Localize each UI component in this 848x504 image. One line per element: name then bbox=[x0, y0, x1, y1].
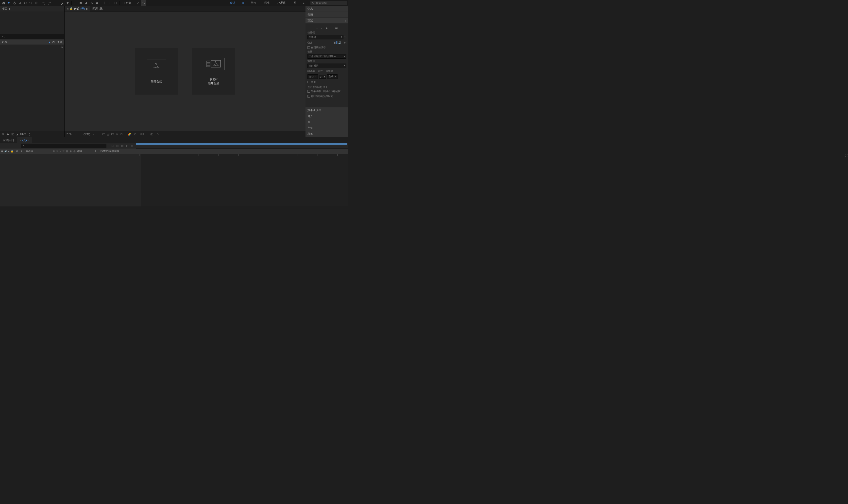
col-type[interactable]: 类型 bbox=[57, 40, 62, 44]
next-frame-icon[interactable]: ⏐▸ bbox=[330, 26, 333, 29]
motionblur-col-icon[interactable]: ◐ bbox=[70, 150, 72, 152]
exposure-reset-icon[interactable] bbox=[134, 133, 137, 136]
resolution-dropdown[interactable]: (完整) bbox=[84, 132, 90, 136]
paragraph-panel-header[interactable]: 段落 bbox=[306, 131, 348, 137]
solo-icon[interactable]: ● bbox=[8, 150, 10, 152]
clone-stamp-tool-icon[interactable] bbox=[78, 0, 84, 6]
search-help-box[interactable] bbox=[310, 1, 347, 5]
search-help-input[interactable] bbox=[316, 1, 346, 4]
hand-tool-icon[interactable] bbox=[12, 0, 17, 6]
timeline-none-tab[interactable]: × (无) ≡ bbox=[17, 137, 32, 143]
frame-blend-icon[interactable]: ▦ bbox=[121, 144, 123, 147]
rectangle-tool-icon[interactable] bbox=[54, 0, 60, 6]
draft3d-icon[interactable]: ◫ bbox=[116, 144, 119, 147]
eraser-tool-icon[interactable] bbox=[84, 0, 89, 6]
view-options[interactable] bbox=[102, 133, 123, 136]
cache-checkbox[interactable] bbox=[307, 46, 310, 49]
new-comp-icon[interactable] bbox=[11, 133, 14, 136]
preview-menu-icon[interactable]: ≡ bbox=[345, 19, 346, 22]
project-search[interactable] bbox=[0, 34, 64, 39]
reset-icon[interactable]: ↻ bbox=[344, 36, 346, 39]
play-icon[interactable]: ▶ bbox=[326, 26, 328, 29]
workspace-learn[interactable]: 学习 bbox=[250, 1, 257, 5]
audio-panel-header[interactable]: 音频 bbox=[306, 12, 348, 18]
puppet-tool-icon[interactable] bbox=[94, 0, 100, 6]
res-select[interactable]: 自动▾ bbox=[327, 74, 338, 79]
visibility-icon[interactable]: ◉ bbox=[1, 150, 3, 152]
timeline-layers[interactable] bbox=[0, 154, 141, 206]
expand-icon[interactable] bbox=[141, 0, 146, 6]
fullscreen-checkbox[interactable] bbox=[307, 81, 310, 83]
project-search-input[interactable] bbox=[5, 35, 62, 38]
quality-icon[interactable]: ╲ bbox=[60, 150, 61, 152]
prev-frame-icon[interactable]: ◂⏐ bbox=[321, 26, 324, 29]
workspace-standard[interactable]: 标准 bbox=[263, 1, 271, 5]
bpc[interactable]: 8 bpc bbox=[20, 133, 26, 136]
workspace-overflow-icon[interactable]: » bbox=[303, 1, 305, 4]
fps-select[interactable]: 自动▾ bbox=[307, 74, 318, 79]
playfrom-select[interactable]: 当前时间▾ bbox=[307, 64, 346, 68]
col-mode[interactable]: 模式 bbox=[77, 149, 82, 153]
col-parent[interactable]: 父级和链接 bbox=[107, 149, 119, 153]
workspace-menu-icon[interactable]: ≡ bbox=[242, 1, 243, 4]
comp-from-footage-card[interactable]: 从素材新建合成 bbox=[192, 48, 235, 95]
adjustment-icon[interactable]: ◢ bbox=[16, 133, 18, 136]
effects-panel-header[interactable]: 效果和预设 bbox=[306, 107, 348, 113]
col-source[interactable]: 源名称 bbox=[25, 149, 33, 153]
collapse-icon[interactable] bbox=[135, 0, 141, 6]
show-snapshot-icon[interactable] bbox=[156, 133, 159, 136]
first-frame-icon[interactable]: ⏮ bbox=[316, 26, 319, 29]
undo-icon[interactable] bbox=[41, 0, 47, 6]
frameblend-col-icon[interactable]: ▦ bbox=[66, 150, 68, 152]
tab-menu-icon[interactable]: ≡ bbox=[86, 7, 88, 10]
motion-blur-icon[interactable]: ◐ bbox=[126, 144, 128, 147]
include-overlay-icon[interactable]: ↻ bbox=[343, 41, 346, 44]
project-list[interactable] bbox=[0, 45, 64, 129]
roto-brush-tool-icon[interactable] bbox=[89, 0, 94, 6]
audio-icon[interactable]: 🔊 bbox=[4, 150, 7, 152]
pan-behind-tool-icon[interactable] bbox=[34, 0, 39, 6]
work-area-bar[interactable] bbox=[136, 143, 347, 145]
brush-tool-icon[interactable] bbox=[73, 0, 78, 6]
movetime-checkbox[interactable] bbox=[307, 95, 310, 97]
project-panel-header[interactable]: 项目 ≡ bbox=[0, 6, 64, 12]
snapshot-icon[interactable] bbox=[150, 133, 153, 136]
last-frame-icon[interactable]: ⏭ bbox=[335, 26, 338, 29]
shortcut-select[interactable]: 空格键▾ bbox=[307, 35, 343, 39]
collapse-transform-icon[interactable]: ✳ bbox=[56, 150, 58, 152]
composition-tab[interactable]: × 🔒 合成 (无) ≡ bbox=[65, 6, 90, 12]
timeline-body[interactable]: ⛶ bbox=[0, 154, 348, 206]
timeline-tracks[interactable]: ⛶ bbox=[141, 154, 348, 206]
selection-tool-icon[interactable] bbox=[6, 0, 12, 6]
orbit-tool-icon[interactable] bbox=[23, 0, 28, 6]
axis-world-icon[interactable] bbox=[107, 0, 113, 6]
tab-menu-icon[interactable]: ≡ bbox=[28, 139, 29, 142]
comp-mini-flowchart-icon[interactable]: ⊟ bbox=[111, 144, 113, 147]
new-composition-card[interactable]: 新建合成 bbox=[135, 48, 178, 95]
workspace-small[interactable]: 小屏幕 bbox=[276, 1, 287, 5]
home-icon[interactable] bbox=[1, 0, 6, 6]
col-name[interactable]: 名称 bbox=[2, 40, 49, 44]
axis-view-icon[interactable] bbox=[113, 0, 118, 6]
adjustment-col-icon[interactable]: ◑ bbox=[73, 150, 76, 152]
workspace-library[interactable]: 库 bbox=[292, 1, 297, 5]
shy-icon[interactable]: ✱ bbox=[53, 150, 55, 152]
ifcached-checkbox[interactable] bbox=[307, 90, 310, 93]
sort-icon[interactable]: ▴ bbox=[49, 40, 50, 43]
range-select[interactable]: 工作区域按当前时间延伸▾ bbox=[307, 54, 346, 59]
timeline-search[interactable] bbox=[21, 144, 106, 148]
snap-checkbox-icon[interactable] bbox=[121, 0, 126, 6]
fx-icon[interactable]: fx bbox=[62, 150, 65, 152]
include-video-icon[interactable]: ▣ bbox=[333, 41, 337, 44]
timeline-search-input[interactable] bbox=[26, 144, 105, 147]
type-tool-icon[interactable] bbox=[65, 0, 70, 6]
axis-local-icon[interactable] bbox=[102, 0, 107, 6]
include-audio-icon[interactable]: 🔊 bbox=[338, 41, 342, 44]
render-queue-tab[interactable]: 渲染队列 bbox=[0, 137, 17, 143]
timeline-ruler[interactable] bbox=[136, 143, 348, 149]
pen-tool-icon[interactable] bbox=[60, 0, 65, 6]
align-panel-header[interactable]: 对齐 bbox=[306, 113, 348, 119]
project-menu-icon[interactable]: ≡ bbox=[9, 7, 10, 10]
skip-select[interactable]: 0▾ bbox=[319, 75, 326, 78]
layer-tab[interactable]: 图层 (无) bbox=[90, 6, 106, 12]
